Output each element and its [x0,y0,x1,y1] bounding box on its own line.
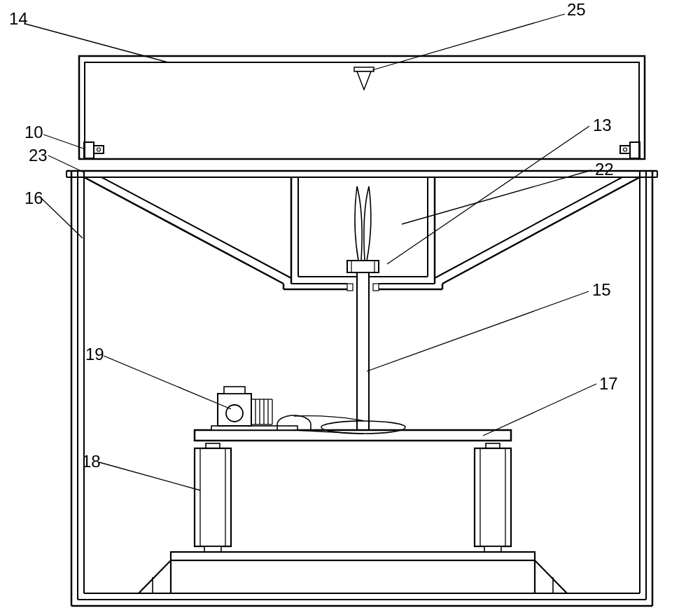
nozzle [354,67,374,90]
svg-rect-45 [218,394,251,426]
label-13: 13 [593,116,612,135]
shaft [347,272,379,430]
svg-rect-42 [373,284,379,291]
motor [211,387,405,434]
turntable-supports [206,443,500,448]
svg-rect-40 [357,272,369,430]
svg-rect-3 [84,142,94,158]
label-17: 17 [599,374,618,394]
label-22: 22 [595,160,614,179]
turntable-plate [195,430,511,441]
svg-line-82 [483,384,596,436]
svg-rect-37 [347,261,379,272]
mechanical-schematic [0,0,700,615]
leaf-pair [355,186,371,261]
label-19: 19 [85,345,104,364]
svg-line-25 [435,177,622,278]
svg-line-24 [102,177,291,278]
clamp-left [84,142,104,158]
cylinder-left [195,448,231,546]
rod-disc [347,261,379,272]
svg-line-83 [104,356,231,409]
diagram-container: 14 25 10 23 16 13 22 15 17 19 18 [0,0,700,615]
svg-line-78 [41,198,83,238]
svg-rect-68 [484,546,501,552]
label-14: 14 [9,9,28,29]
svg-rect-47 [224,387,245,394]
svg-line-79 [387,126,589,264]
svg-rect-43 [195,430,511,441]
leader-lines [25,14,596,490]
svg-point-5 [97,148,101,151]
label-18: 18 [82,452,101,471]
svg-line-81 [367,291,589,371]
svg-rect-41 [347,284,353,291]
svg-rect-67 [204,546,221,552]
pedestal [139,552,567,593]
label-16: 16 [24,188,43,208]
svg-rect-6 [630,142,640,158]
clamp-right [620,142,640,158]
svg-rect-4 [94,146,104,153]
svg-rect-69 [171,552,535,560]
svg-line-22 [84,177,284,284]
cylinder-right [475,448,511,546]
label-25: 25 [567,0,586,20]
label-23: 23 [29,146,48,165]
svg-rect-7 [620,146,630,153]
svg-line-80 [402,170,592,224]
svg-point-8 [624,148,627,151]
svg-line-23 [442,177,640,284]
svg-line-84 [99,462,200,490]
label-15: 15 [592,280,611,300]
svg-rect-2 [354,67,374,71]
label-10: 10 [24,123,43,142]
